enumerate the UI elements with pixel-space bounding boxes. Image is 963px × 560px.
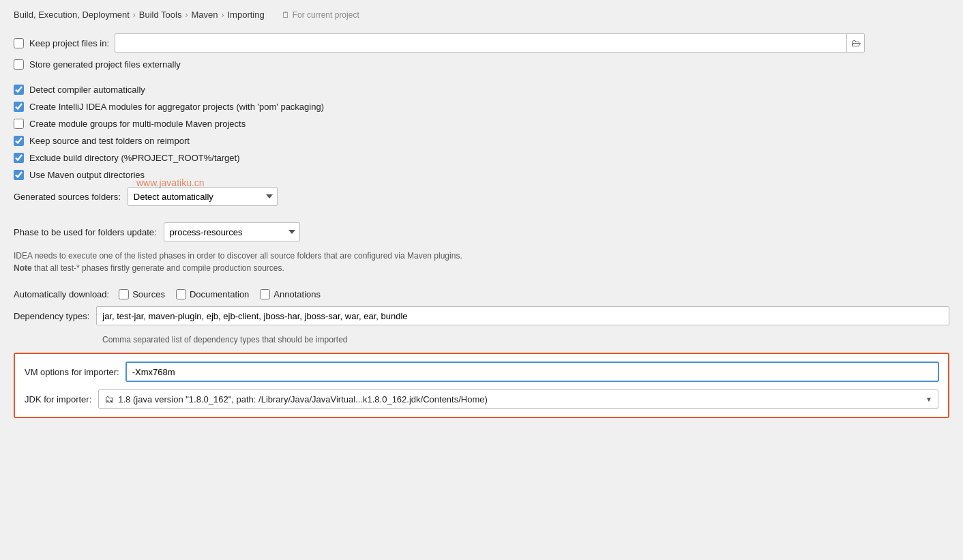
annotations-checkbox-item: Annotations: [260, 289, 321, 299]
for-current-project: 🗒 For current project: [282, 10, 359, 20]
breadcrumb-sep-1: ›: [133, 10, 136, 20]
dependency-types-input[interactable]: [96, 306, 949, 325]
keep-source-checkbox[interactable]: [14, 136, 24, 146]
phase-row: Phase to be used for folders update: pro…: [14, 222, 949, 241]
store-externally-checkbox[interactable]: [14, 59, 24, 70]
documentation-checkbox-item: Documentation: [176, 289, 249, 299]
breadcrumb-buildtools[interactable]: Build Tools: [139, 10, 182, 20]
generated-sources-dropdown[interactable]: Detect automatically Don't detect Genera…: [128, 187, 278, 206]
keep-project-files-row: Keep project files in: 🗁: [14, 33, 949, 53]
jdk-row: JDK for importer: 🗂 1.8 (java version "1…: [25, 389, 938, 409]
vm-options-row: VM options for importer:: [25, 362, 938, 381]
sources-checkbox[interactable]: [119, 289, 129, 299]
use-maven-output-label[interactable]: Use Maven output directories: [29, 170, 145, 180]
breadcrumb-maven[interactable]: Maven: [191, 10, 218, 20]
keep-project-input-wrapper: 🗁: [115, 33, 865, 53]
keep-project-label[interactable]: Keep project files in:: [29, 38, 109, 48]
store-externally-label[interactable]: Store generated project files externally: [29, 59, 181, 70]
auto-download-row: Automatically download: Sources Document…: [14, 289, 949, 299]
phase-label: Phase to be used for folders update:: [14, 227, 157, 237]
documentation-checkbox[interactable]: [176, 289, 186, 299]
highlighted-section: VM options for importer: JDK for importe…: [14, 353, 949, 418]
breadcrumb-sep-2: ›: [185, 10, 188, 20]
vm-options-input[interactable]: [126, 362, 938, 381]
breadcrumb-sep-3: ›: [221, 10, 224, 20]
jdk-label: JDK for importer:: [25, 394, 91, 404]
create-modules-row: Create IntelliJ IDEA modules for aggrega…: [14, 102, 949, 112]
breadcrumb-build[interactable]: Build, Execution, Deployment: [14, 10, 130, 20]
breadcrumb: Build, Execution, Deployment › Build Too…: [0, 0, 963, 27]
generated-sources-label: Generated sources folders:: [14, 192, 121, 202]
exclude-build-checkbox[interactable]: [14, 153, 24, 163]
breadcrumb-importing[interactable]: Importing: [227, 10, 264, 20]
create-modules-checkbox[interactable]: [14, 102, 24, 112]
auto-download-checkboxes: Sources Documentation Annotations: [119, 289, 321, 299]
annotations-label[interactable]: Annotations: [273, 289, 321, 299]
project-icon: 🗒: [282, 10, 290, 20]
use-maven-output-checkbox[interactable]: [14, 170, 24, 180]
keep-source-label[interactable]: Keep source and test folders on reimport: [29, 136, 190, 146]
sources-label[interactable]: Sources: [132, 289, 165, 299]
sources-checkbox-item: Sources: [119, 289, 165, 299]
store-externally-row: Store generated project files externally: [14, 59, 949, 70]
use-maven-output-row: Use Maven output directories: [14, 170, 949, 180]
phase-dropdown[interactable]: process-resources generate-sources proce…: [164, 222, 300, 241]
detect-compiler-row: Detect compiler automatically: [14, 85, 949, 95]
phase-description: IDEA needs to execute one of the listed …: [14, 250, 627, 274]
keep-project-input[interactable]: [115, 34, 846, 52]
generated-sources-row: Generated sources folders: Detect automa…: [14, 187, 949, 206]
auto-download-label: Automatically download:: [14, 289, 109, 299]
documentation-label[interactable]: Documentation: [190, 289, 249, 299]
jdk-value-text: 1.8 (java version "1.8.0_162", path: /Li…: [118, 394, 488, 404]
jdk-dropdown[interactable]: 🗂 1.8 (java version "1.8.0_162", path: /…: [98, 389, 938, 409]
keep-project-checkbox[interactable]: [14, 38, 24, 48]
jdk-select-inner: 🗂 1.8 (java version "1.8.0_162", path: /…: [104, 394, 921, 404]
exclude-build-label[interactable]: Exclude build directory (%PROJECT_ROOT%/…: [29, 153, 239, 163]
jdk-dropdown-arrow: ▼: [925, 396, 932, 403]
detect-compiler-label[interactable]: Detect compiler automatically: [29, 85, 145, 95]
create-module-groups-row: Create module groups for multi-module Ma…: [14, 119, 949, 129]
annotations-checkbox[interactable]: [260, 289, 270, 299]
create-module-groups-label[interactable]: Create module groups for multi-module Ma…: [29, 119, 246, 129]
browse-button[interactable]: 🗁: [846, 34, 864, 52]
jdk-icon: 🗂: [104, 394, 114, 404]
create-module-groups-checkbox[interactable]: [14, 119, 24, 129]
keep-source-row: Keep source and test folders on reimport: [14, 136, 949, 146]
vm-options-label: VM options for importer:: [25, 367, 119, 377]
dependency-types-description: Comma separated list of dependency types…: [14, 334, 949, 346]
create-modules-label[interactable]: Create IntelliJ IDEA modules for aggrega…: [29, 102, 324, 112]
dependency-types-row: Dependency types:: [14, 306, 949, 325]
exclude-build-row: Exclude build directory (%PROJECT_ROOT%/…: [14, 153, 949, 163]
detect-compiler-checkbox[interactable]: [14, 85, 24, 95]
dependency-types-label: Dependency types:: [14, 311, 89, 321]
